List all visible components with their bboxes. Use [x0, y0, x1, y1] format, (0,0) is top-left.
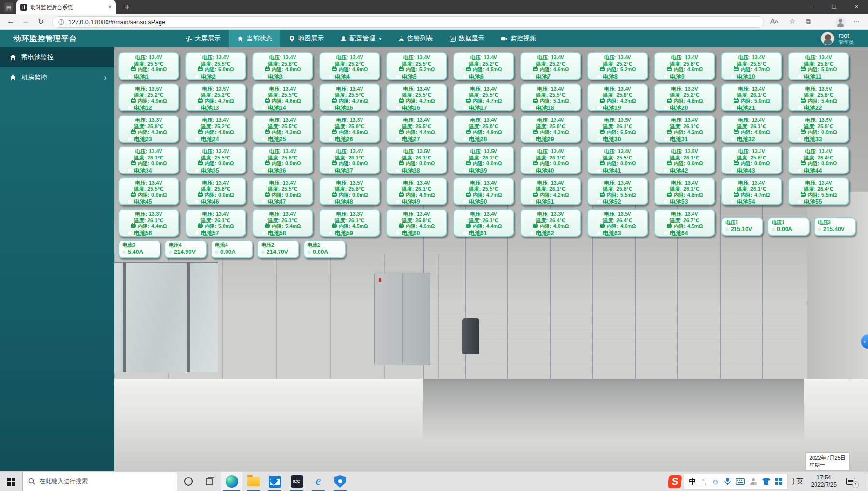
sogou-ime-icon[interactable]: S	[668, 475, 682, 488]
collections-icon[interactable]: ⧉	[806, 17, 811, 26]
battery-card[interactable]: 电压:13.4V温度:25.8℃内阻:4.9mΩ电池28	[453, 115, 514, 143]
taskbar-app-ie[interactable]: e	[307, 472, 329, 491]
taskbar-app-shield[interactable]	[329, 472, 351, 491]
taskbar-app-icc[interactable]: ICC	[286, 472, 307, 491]
sensor-card[interactable]: 电流20.00A	[303, 240, 346, 258]
minimize-button[interactable]: –	[800, 0, 823, 14]
battery-card[interactable]: 电压:13.5V温度:26.1℃内阻:5.5mΩ电池30	[587, 115, 648, 143]
battery-card[interactable]: 电压:13.5V温度:25.2℃内阻:4.7mΩ电池13	[185, 83, 246, 111]
nav-item-current-status[interactable]: 当前状态	[229, 30, 280, 47]
sensor-card[interactable]: 电压3215.40V	[814, 217, 856, 236]
battery-card[interactable]: 电压:13.5V温度:25.8℃内阻:5.4mΩ电池22	[788, 83, 849, 111]
sensor-card[interactable]: 电压1215.10V	[721, 217, 763, 236]
battery-card[interactable]: 电压:13.4V温度:25.2℃内阻:4.5mΩ电池6	[453, 52, 514, 80]
battery-card[interactable]: 电压:13.4V温度:26.1℃内阻:4.8mΩ电池32	[721, 115, 782, 143]
nav-item-data[interactable]: 数据显示	[441, 30, 493, 47]
browser-profile-avatar[interactable]	[835, 17, 846, 27]
tshirt-icon[interactable]	[762, 478, 770, 485]
battery-card[interactable]: 电压:13.4V温度:25.2℃内阻:4.8mΩ电池24	[185, 115, 246, 143]
battery-card[interactable]: 电压:13.4V温度:25.2℃内阻:5.2mΩ电池8	[587, 52, 648, 80]
battery-card[interactable]: 电压:13.4V温度:25.5℃内阻:4.7mΩ电池16	[386, 83, 447, 111]
battery-card[interactable]: 电压:13.4V温度:25.5℃内阻:4.6mΩ电池14	[252, 83, 313, 111]
refresh-button[interactable]: ↻	[38, 17, 44, 26]
nav-item-bigscreen[interactable]: 大屏展示	[177, 30, 229, 47]
nav-item-alarms[interactable]: 告警列表	[390, 30, 441, 47]
battery-card[interactable]: 电压:13.4V温度:25.8℃内阻:4.8mΩ电池3	[252, 52, 313, 80]
battery-card[interactable]: 电压:13.4V温度:25.5℃内阻:5.1mΩ电池18	[520, 83, 581, 111]
nav-item-video[interactable]: 监控视频	[493, 30, 545, 47]
new-tab-button[interactable]: +	[121, 2, 133, 13]
battery-card[interactable]: 电压:13.3V温度:25.8℃内阻:4.3mΩ电池23	[118, 115, 179, 143]
battery-card[interactable]: 电压:13.3V温度:26.1℃内阻:4.4mΩ电池56	[118, 209, 179, 237]
battery-card[interactable]: 电压:13.4V温度:26.4℃内阻:5.5mΩ电池55	[788, 177, 849, 205]
battery-card[interactable]: 电压:13.4V温度:25.8℃内阻:5.5mΩ电池52	[587, 177, 648, 205]
battery-card[interactable]: 电压:13.4V温度:25.5℃内阻:5.0mΩ电池2	[185, 52, 246, 80]
taskbar-clock[interactable]: 17:54 2022/7/25	[811, 474, 837, 489]
battery-card[interactable]: 电压:13.4V温度:25.5℃内阻:0.0mΩ电池41	[587, 146, 648, 174]
notification-center-button[interactable]: 2	[843, 472, 858, 491]
battery-card[interactable]: 电压:13.4V温度:25.8℃内阻:4.3mΩ电池29	[520, 115, 581, 143]
nav-item-map[interactable]: 地图展示	[280, 30, 332, 47]
battery-card[interactable]: 电压:13.4V温度:26.1℃内阻:4.7mΩ电池54	[721, 177, 782, 205]
taskbar-app-edge[interactable]	[221, 472, 242, 491]
battery-card[interactable]: 电压:13.4V温度:25.2℃内阻:4.9mΩ电池4	[319, 52, 380, 80]
ime-punctuation-icon[interactable]: °,	[702, 478, 707, 486]
user-silhouette-icon[interactable]	[750, 478, 757, 485]
browser-menu-icon[interactable]: ⋯	[853, 17, 860, 25]
battery-card[interactable]: 电压:13.4V温度:26.4℃内阻:0.0mΩ电池44	[788, 146, 849, 174]
sensor-card[interactable]: 电流35.40A	[118, 240, 160, 258]
taskbar-app-mail[interactable]	[264, 472, 286, 491]
back-button[interactable]: ←	[7, 17, 14, 26]
sidebar-item-room-monitor[interactable]: 机房监控 ›	[0, 67, 114, 88]
battery-card[interactable]: 电压:13.4V温度:26.1℃内阻:0.0mΩ电池40	[520, 146, 581, 174]
ime-language-indicator[interactable]: ) 英	[792, 477, 803, 486]
battery-card[interactable]: 电压:13.3V温度:25.8℃内阻:0.0mΩ电池43	[721, 146, 782, 174]
user-box[interactable]: root 管理员	[821, 30, 854, 47]
battery-card[interactable]: 电压:13.3V温度:25.2℃内阻:4.8mΩ电池20	[654, 83, 715, 111]
battery-card[interactable]: 电压:13.4V温度:25.5℃内阻:4.9mΩ电池1	[118, 52, 179, 80]
sensor-card[interactable]: 电流40.00A	[211, 240, 253, 258]
nav-item-config[interactable]: 配置管理 ▾	[332, 30, 390, 47]
battery-card[interactable]: 电压:13.4V温度:25.5℃内阻:4.7mΩ电池17	[453, 83, 514, 111]
emoji-icon[interactable]: ☺	[712, 478, 719, 486]
battery-card[interactable]: 电压:13.4V温度:25.5℃内阻:0.0mΩ电池45	[118, 177, 179, 205]
battery-card[interactable]: 电压:13.4V温度:26.1℃内阻:4.9mΩ电池49	[386, 177, 447, 205]
battery-card[interactable]: 电压:13.5V温度:26.1℃内阻:0.0mΩ电池42	[654, 146, 715, 174]
browser-tab[interactable]: 动环监控后台系统 ×	[16, 0, 116, 14]
battery-card[interactable]: 电压:13.5V温度:26.4℃内阻:4.6mΩ电池63	[587, 209, 648, 237]
battery-card[interactable]: 电压:13.5V温度:25.8℃内阻:0.0mΩ电池48	[319, 177, 380, 205]
battery-card[interactable]: 电压:13.4V温度:25.8℃内阻:0.0mΩ电池36	[252, 146, 313, 174]
battery-card[interactable]: 电压:13.4V温度:26.1℃内阻:5.0mΩ电池21	[721, 83, 782, 111]
sensor-card[interactable]: 电流10.00A	[767, 217, 810, 236]
grid-squares-icon[interactable]	[775, 478, 782, 485]
sensor-card[interactable]: 电压4214.90V	[164, 240, 207, 258]
battery-card[interactable]: 电压:13.4V温度:26.1℃内阻:4.8mΩ电池53	[654, 177, 715, 205]
battery-card[interactable]: 电压:13.4V温度:26.1℃内阻:4.4mΩ电池61	[453, 209, 514, 237]
battery-card[interactable]: 电压:13.5V温度:26.1℃内阻:0.0mΩ电池38	[386, 146, 447, 174]
battery-card[interactable]: 电压:13.4V温度:26.1℃内阻:4.2mΩ电池31	[654, 115, 715, 143]
battery-card[interactable]: 电压:13.4V温度:25.5℃内阻:5.2mΩ电池5	[386, 52, 447, 80]
favorites-star-icon[interactable]: ☆	[789, 17, 796, 25]
tab-close-icon[interactable]: ×	[108, 4, 112, 11]
battery-card[interactable]: 电压:13.5V温度:25.8℃内阻:0.0mΩ电池33	[788, 115, 849, 143]
battery-card[interactable]: 电压:13.4V温度:26.1℃内阻:0.0mΩ电池37	[319, 146, 380, 174]
battery-card[interactable]: 电压:13.4V温度:26.7℃内阻:4.5mΩ电池64	[654, 209, 715, 237]
battery-card[interactable]: 电压:13.4V温度:25.5℃内阻:4.7mΩ电池50	[453, 177, 514, 205]
battery-card[interactable]: 电压:13.3V温度:25.8℃内阻:4.9mΩ电池26	[319, 115, 380, 143]
forward-button[interactable]: →	[22, 17, 30, 26]
battery-card[interactable]: 电压:13.4V温度:25.5℃内阻:0.0mΩ电池47	[252, 177, 313, 205]
taskbar-search-input[interactable]: 在此键入进行搜索	[22, 472, 177, 491]
battery-card[interactable]: 电压:13.4V温度:25.5℃内阻:4.4mΩ电池27	[386, 115, 447, 143]
battery-card[interactable]: 电压:13.5V温度:26.1℃内阻:0.0mΩ电池39	[453, 146, 514, 174]
start-button[interactable]	[0, 472, 22, 491]
battery-card[interactable]: 电压:13.3V温度:26.4℃内阻:4.0mΩ电池62	[520, 209, 581, 237]
taskbar-app-explorer[interactable]	[242, 472, 264, 491]
sensor-card[interactable]: 电压2214.70V	[257, 240, 299, 258]
battery-card[interactable]: 电压:13.4V温度:25.8℃内阻:5.0mΩ电池11	[788, 52, 849, 80]
keyboard-icon[interactable]	[736, 478, 745, 485]
microphone-icon[interactable]	[724, 478, 731, 485]
battery-card[interactable]: 电压:13.4V温度:25.5℃内阻:4.7mΩ电池10	[721, 52, 782, 80]
battery-card[interactable]: 电压:13.4V温度:26.1℃内阻:5.4mΩ电池58	[252, 209, 313, 237]
battery-card[interactable]: 电压:13.4V温度:25.5℃内阻:4.7mΩ电池15	[319, 83, 380, 111]
battery-card[interactable]: 电压:13.4V温度:25.8℃内阻:4.6mΩ电池9	[654, 52, 715, 80]
